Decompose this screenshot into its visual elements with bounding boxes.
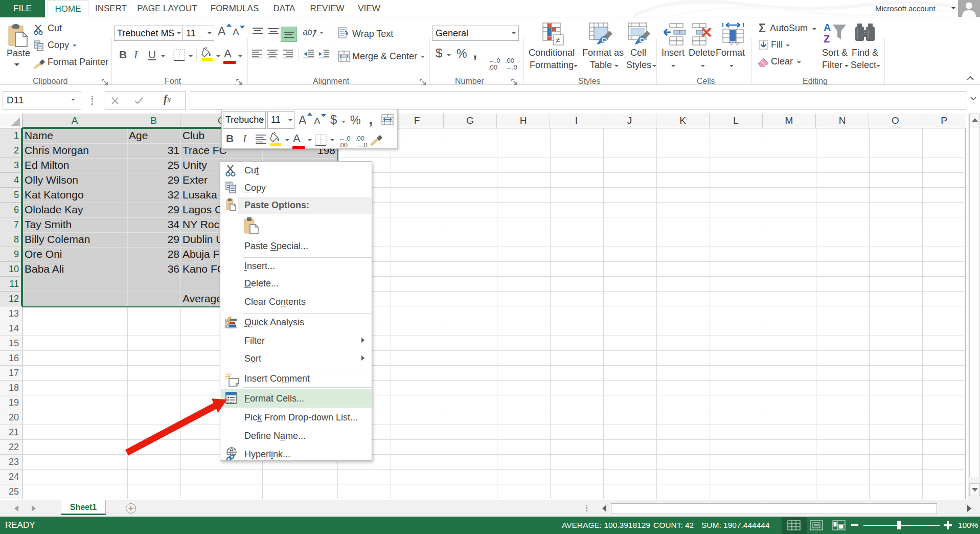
svg-text:≠: ≠ (556, 36, 560, 44)
svg-text:A: A (824, 22, 831, 33)
svg-text:Z: Z (824, 33, 830, 44)
svg-text:ab: ab (303, 27, 312, 37)
